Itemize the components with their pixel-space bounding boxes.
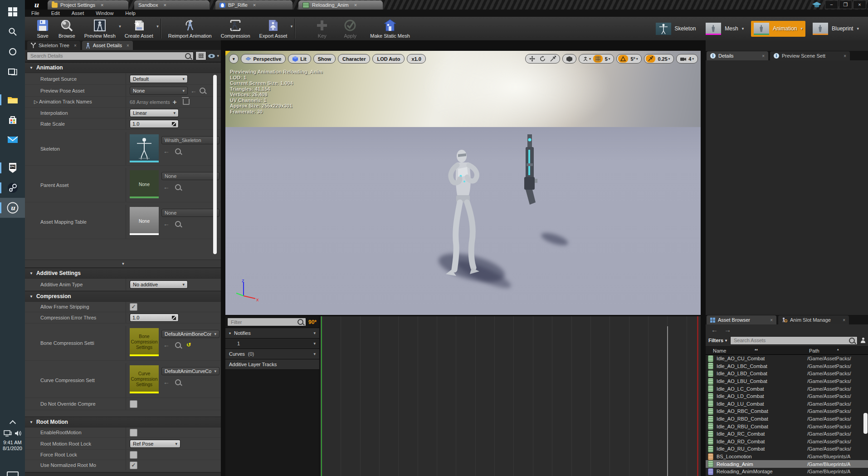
do-not-override-checkbox[interactable] xyxy=(130,400,137,408)
browse-to-asset-icon[interactable] xyxy=(175,342,181,348)
taskbar-overflow-chevron[interactable] xyxy=(0,418,25,429)
playback-speed-button[interactable]: x1.0 xyxy=(407,54,425,64)
compression-error-threshold-input[interactable]: 1.0 xyxy=(130,314,179,322)
apply-button[interactable]: Apply xyxy=(339,17,361,40)
retarget-source-dropdown[interactable]: Default▾ xyxy=(130,75,188,83)
tab-preview-scene-settings[interactable]: i Preview Scene Sett × xyxy=(770,51,850,60)
tutorial-graduation-cap-icon[interactable] xyxy=(812,2,821,8)
force-root-lock-checkbox[interactable] xyxy=(130,451,137,459)
asset-list-header[interactable]: Name ▴▴ Path ▴ xyxy=(706,347,868,355)
start-button[interactable] xyxy=(0,2,25,22)
asset-row[interactable]: Reloading_Anim/Game/Blueprints/A xyxy=(706,460,868,468)
menu-help[interactable]: Help xyxy=(125,10,136,16)
close-tab-icon[interactable]: × xyxy=(74,43,77,48)
asset-row[interactable]: Idle_AO_RBU_Combat/Game/AssetPacks/ xyxy=(706,422,868,430)
delete-icon[interactable] xyxy=(183,99,190,105)
cortana-button[interactable] xyxy=(0,42,25,62)
track-options-icon[interactable]: ▾ xyxy=(313,341,316,346)
task-view-button[interactable] xyxy=(0,62,25,82)
skeleton-asset-dropdown[interactable]: Wraith_Skeleton▾ xyxy=(161,136,219,144)
history-forward-button[interactable]: → xyxy=(724,326,731,334)
add-element-icon[interactable]: + xyxy=(173,98,177,106)
tab-asset-browser[interactable]: Asset Browser × xyxy=(707,315,776,324)
close-tab-icon[interactable]: × xyxy=(762,54,765,59)
rotation-snap-value[interactable]: 5°▾ xyxy=(628,55,640,63)
use-selected-icon[interactable]: ← xyxy=(163,221,170,227)
curve-compression-thumbnail[interactable]: Curve Compression Settings xyxy=(130,365,159,393)
use-selected-icon[interactable]: ← xyxy=(163,379,170,385)
details-expander-button[interactable]: ▼ xyxy=(25,260,221,268)
use-selected-icon[interactable]: ← xyxy=(163,342,170,348)
taskbar-search-button[interactable] xyxy=(0,22,25,42)
additive-anim-type-dropdown[interactable]: No additive▾ xyxy=(130,280,188,289)
asset-mapping-table-dropdown[interactable]: None▾ xyxy=(161,209,219,217)
perspective-button[interactable]: Perspective xyxy=(241,54,286,64)
menu-file[interactable]: File xyxy=(31,10,39,16)
asset-list-scrollbar[interactable] xyxy=(863,413,868,434)
menu-window[interactable]: Window xyxy=(96,10,113,16)
parent-asset-thumbnail[interactable]: None xyxy=(130,170,159,198)
asset-row[interactable]: Idle_AO_LBU_Combat/Game/AssetPacks/ xyxy=(706,378,868,385)
browse-button[interactable]: Browse xyxy=(54,17,80,40)
timeline-track-area[interactable] xyxy=(319,316,701,476)
epic-games-button[interactable]: EPIC xyxy=(0,158,25,178)
expander-icon[interactable]: ▷ xyxy=(34,99,39,104)
section-additive-settings[interactable]: ▼Additive Settings xyxy=(25,268,221,279)
tab-reloading-anim[interactable]: Reloading_Anim × xyxy=(298,0,383,10)
view-options-eye-icon[interactable] xyxy=(208,54,215,58)
curve-compression-dropdown[interactable]: DefaultAnimCurveCompression▾ xyxy=(161,367,219,375)
mail-button[interactable] xyxy=(0,130,25,150)
compression-button[interactable]: Compression xyxy=(216,17,255,40)
file-explorer-button[interactable] xyxy=(0,90,25,110)
browse-to-asset-icon[interactable] xyxy=(175,148,181,154)
asset-search-input[interactable] xyxy=(733,337,847,344)
track-options-icon[interactable]: ▾ xyxy=(313,352,316,356)
display-grid-button[interactable] xyxy=(195,51,206,60)
export-asset-button[interactable]: ▾ Export Asset xyxy=(255,17,292,40)
taskbar-clock[interactable]: 9:41 AM 8/1/2020 xyxy=(3,440,22,451)
skeleton-asset-thumbnail[interactable] xyxy=(130,134,159,162)
asset-row[interactable]: Idle_AO_LD_Combat/Game/AssetPacks/ xyxy=(706,393,868,400)
unreal-engine-button[interactable]: u xyxy=(0,198,25,218)
tab-bp-rifle[interactable]: BP_Rifle × xyxy=(215,0,293,10)
key-button[interactable]: Key xyxy=(311,17,333,40)
viewport-options-button[interactable]: ▾ xyxy=(229,54,239,64)
close-window-button[interactable]: × xyxy=(853,0,866,9)
asset-search-field[interactable] xyxy=(730,336,858,345)
minimize-button[interactable]: − xyxy=(825,0,838,9)
asset-mapping-table-thumbnail[interactable]: None xyxy=(130,207,159,235)
close-tab-icon[interactable]: × xyxy=(770,318,773,323)
rate-scale-input[interactable]: 1.0 xyxy=(130,120,179,128)
timeline-filter-field[interactable] xyxy=(227,318,306,326)
taskbar-tray-icon[interactable] xyxy=(7,471,19,476)
asset-row[interactable]: Idle_AO_RBC_Combat/Game/AssetPacks/ xyxy=(706,407,868,415)
details-search-field[interactable] xyxy=(27,52,194,60)
lod-auto-button[interactable]: LOD Auto xyxy=(372,54,405,64)
tab-sandbox[interactable]: Sandbox × xyxy=(134,0,210,10)
asset-row[interactable]: BS_Locomotion/Game/Blueprints/A xyxy=(706,453,868,461)
reimport-animation-button[interactable]: Reimport Animation xyxy=(164,17,216,40)
browse-to-asset-icon[interactable] xyxy=(175,379,181,385)
section-compression[interactable]: ▼Compression xyxy=(25,291,221,302)
mode-animation-button[interactable]: Animation ▾ xyxy=(751,21,805,37)
close-tab-icon[interactable]: × xyxy=(163,2,166,8)
allow-frame-stripping-checkbox[interactable]: ✓ xyxy=(130,303,137,311)
surface-snap-button[interactable]: ▾ xyxy=(580,55,593,63)
menu-edit[interactable]: Edit xyxy=(51,10,60,16)
lit-mode-button[interactable]: Lit xyxy=(288,54,311,64)
browse-to-asset-icon[interactable] xyxy=(175,221,181,227)
save-button[interactable]: Save xyxy=(31,17,54,40)
show-menu-button[interactable]: Show xyxy=(313,54,336,64)
mode-skeleton-button[interactable]: Skeleton xyxy=(653,21,699,37)
chevron-down-icon[interactable]: ▾ xyxy=(217,54,219,58)
section-animation[interactable]: ▼Animation xyxy=(25,62,221,73)
close-tab-icon[interactable]: × xyxy=(127,43,129,48)
character-menu-button[interactable]: Character xyxy=(338,54,370,64)
network-icon[interactable] xyxy=(4,430,12,437)
section-root-motion[interactable]: ▼Root Motion xyxy=(25,417,221,427)
scale-snap-toggle[interactable] xyxy=(646,55,655,63)
close-tab-icon[interactable]: × xyxy=(843,318,845,323)
enable-root-motion-checkbox[interactable] xyxy=(130,429,137,437)
grid-snap-toggle[interactable] xyxy=(593,55,603,63)
rotate-tool-button[interactable] xyxy=(537,55,548,63)
